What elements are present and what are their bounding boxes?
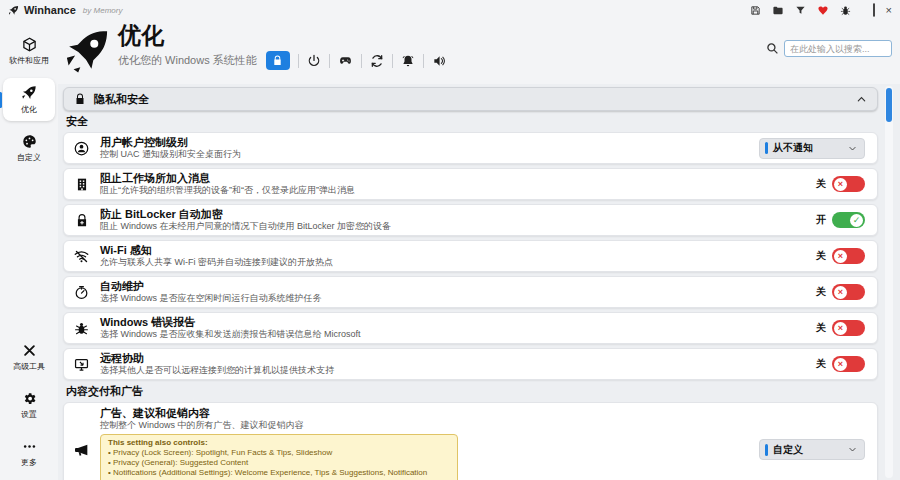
megaphone-icon xyxy=(73,442,90,458)
search-icon xyxy=(766,42,779,55)
tooltip-item: • Notifications (Additional Settings): W… xyxy=(108,468,450,480)
toggle-state-label: 关 xyxy=(816,357,826,371)
lock-icon xyxy=(74,93,86,105)
search-input[interactable] xyxy=(784,40,892,57)
setting-row-error-reporting: Windows 错误报告 选择 Windows 是否应收集和发送崩溃报告和错误信… xyxy=(63,312,878,344)
maintenance-timer-icon xyxy=(73,285,90,300)
setting-title: 远程协助 xyxy=(100,352,806,365)
open-config-icon[interactable] xyxy=(772,5,784,16)
toggle-state-label: 关 xyxy=(816,285,826,299)
sidebar-item-customize[interactable]: 自定义 xyxy=(3,127,55,169)
lock-plus-icon xyxy=(73,213,90,228)
app-title: Winhance xyxy=(24,4,76,16)
app-logo-rocket-icon xyxy=(8,5,19,16)
rocket-icon xyxy=(21,85,37,101)
page-subtitle: 优化您的 Windows 系统性能 xyxy=(118,53,257,68)
bug-icon xyxy=(73,321,90,336)
scrollbar-thumb[interactable] xyxy=(886,88,892,122)
wifi-off-icon xyxy=(73,249,90,264)
setting-row-ads-suggestions: 广告、建议和促销内容 控制整个 Windows 中的所有广告、建议和促销内容 T… xyxy=(63,402,878,480)
ads-content-dropdown[interactable]: 自定义 xyxy=(759,439,865,460)
setting-subtitle: 控制整个 Windows 中的所有广告、建议和促销内容 xyxy=(100,420,749,431)
remote-assistance-toggle[interactable]: × xyxy=(832,356,865,372)
dropdown-value: 从不通知 xyxy=(773,141,843,155)
toggle-state-label: 关 xyxy=(816,177,826,191)
setting-info-tooltip: This setting also controls: • Privacy (L… xyxy=(100,434,458,480)
setting-row-auto-maintenance: 自动维护 选择 Windows 是否应在空闲时间运行自动系统维护任务 关 × xyxy=(63,276,878,308)
more-dots-icon xyxy=(22,439,37,454)
workplace-join-toggle[interactable]: × xyxy=(832,176,865,192)
group-label-security: 安全 xyxy=(66,114,878,129)
page-header: 优化 优化您的 Windows 系统性能 xyxy=(58,18,900,84)
gaming-section-button[interactable] xyxy=(338,54,353,67)
sound-section-button[interactable] xyxy=(432,54,446,68)
dropdown-value: 自定义 xyxy=(773,443,843,457)
header-toolbar xyxy=(266,51,446,70)
scrollbar[interactable] xyxy=(885,86,893,478)
power-section-button[interactable] xyxy=(307,54,321,68)
section-header-privacy-security[interactable]: 隐私和安全 xyxy=(63,87,878,111)
sidebar-label: 软件和应用 xyxy=(9,55,49,66)
setting-row-wifi-sense: Wi-Fi 感知 允许与联系人共享 Wi-Fi 密码并自动连接到建议的开放热点 … xyxy=(63,240,878,272)
chevron-up-icon[interactable] xyxy=(856,94,867,105)
bug-report-icon[interactable] xyxy=(840,5,851,16)
package-icon xyxy=(22,37,37,52)
maximize-button[interactable] xyxy=(873,5,875,15)
group-label-content-delivery-ads: 内容交付和广告 xyxy=(66,384,878,399)
close-button[interactable]: × xyxy=(886,5,892,15)
setting-row-bitlocker: 防止 BitLocker 自动加密 阻止 Windows 在未经用户同意的情况下… xyxy=(63,204,878,236)
tooltip-item: • Privacy (Lock Screen): Spotlight, Fun … xyxy=(108,448,450,458)
setting-title: 用户帐户控制级别 xyxy=(100,136,749,149)
toggle-state-label: 开 xyxy=(816,213,826,227)
sidebar-label: 高级工具 xyxy=(13,361,45,372)
uac-level-dropdown[interactable]: 从不通知 xyxy=(759,138,865,159)
setting-subtitle: 控制 UAC 通知级别和安全桌面行为 xyxy=(100,149,749,160)
gear-icon xyxy=(22,391,37,406)
setting-row-uac: 用户帐户控制级别 控制 UAC 通知级别和安全桌面行为 从不通知 xyxy=(63,132,878,164)
setting-title: Windows 错误报告 xyxy=(100,316,806,329)
bitlocker-toggle[interactable]: ✓ xyxy=(832,212,865,228)
notifications-section-button[interactable] xyxy=(401,54,415,68)
sidebar-label: 优化 xyxy=(21,104,37,115)
chevron-down-icon xyxy=(848,144,857,153)
sidebar-item-advanced-tools[interactable]: 高级工具 xyxy=(3,336,55,378)
user-account-icon xyxy=(73,141,90,156)
toggle-state-label: 关 xyxy=(816,249,826,263)
setting-subtitle: 选择其他人是否可以远程连接到您的计算机以提供技术支持 xyxy=(100,365,806,376)
optimize-rocket-icon xyxy=(64,28,110,74)
filter-icon[interactable] xyxy=(795,5,806,16)
page-title: 优化 xyxy=(118,22,446,48)
setting-title: 阻止工作场所加入消息 xyxy=(100,172,806,185)
updates-refresh-section-button[interactable] xyxy=(370,54,384,68)
sidebar-label: 更多 xyxy=(21,457,37,468)
sidebar-item-more[interactable]: 更多 xyxy=(3,432,55,474)
toggle-state-label: 关 xyxy=(816,321,826,335)
sidebar-item-optimize[interactable]: 优化 xyxy=(3,78,55,121)
sidebar-item-software-apps[interactable]: 软件和应用 xyxy=(3,30,55,72)
setting-subtitle: 选择 Windows 是否应收集和发送崩溃报告和错误信息给 Microsoft xyxy=(100,329,806,340)
search-area xyxy=(766,40,892,57)
setting-subtitle: 阻止“允许我的组织管理我的设备”和“否，仅登录此应用”弹出消息 xyxy=(100,185,806,196)
donate-heart-icon[interactable] xyxy=(817,5,829,16)
wifi-sense-toggle[interactable]: × xyxy=(832,248,865,264)
setting-subtitle: 选择 Windows 是否应在空闲时间运行自动系统维护任务 xyxy=(100,293,806,304)
remote-desktop-icon xyxy=(73,357,90,372)
setting-subtitle: 阻止 Windows 在未经用户同意的情况下自动使用 BitLocker 加密您… xyxy=(100,221,806,232)
privacy-security-section-button[interactable] xyxy=(266,51,290,70)
sidebar: 软件和应用 优化 自定义 高级工具 设置 xyxy=(0,18,58,480)
save-config-icon[interactable] xyxy=(750,5,761,16)
setting-subtitle: 允许与联系人共享 Wi-Fi 密码并自动连接到建议的开放热点 xyxy=(100,257,806,268)
palette-icon xyxy=(22,134,37,149)
setting-title: 广告、建议和促销内容 xyxy=(100,407,749,420)
error-reporting-toggle[interactable]: × xyxy=(832,320,865,336)
titlebar: Winhance by Memory × xyxy=(0,0,900,18)
tooltip-item: • Privacy (General): Suggested Content xyxy=(108,458,450,468)
sidebar-item-settings[interactable]: 设置 xyxy=(3,384,55,426)
sidebar-label: 设置 xyxy=(21,409,37,420)
setting-title: 防止 BitLocker 自动加密 xyxy=(100,208,806,221)
settings-scroll-area: 隐私和安全 安全 用户帐户控制级别 控制 UAC 通知级别和安全桌面行为 xyxy=(58,84,900,480)
setting-title: Wi-Fi 感知 xyxy=(100,244,806,257)
section-title: 隐私和安全 xyxy=(94,92,149,107)
auto-maintenance-toggle[interactable]: × xyxy=(832,284,865,300)
app-byline: by Memory xyxy=(83,6,123,15)
